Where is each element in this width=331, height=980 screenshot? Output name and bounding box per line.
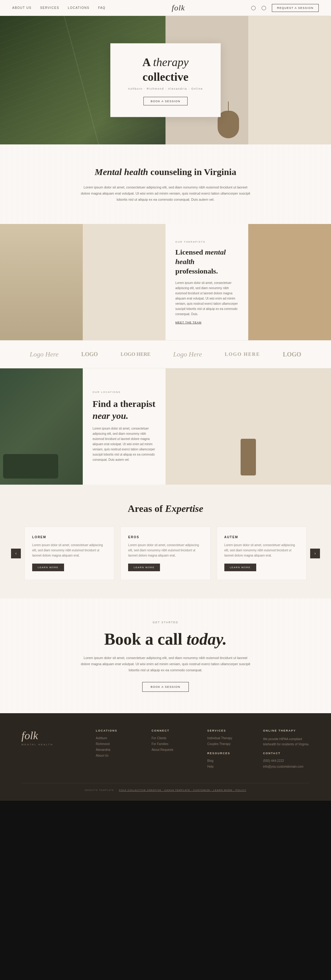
therapist-photo [0, 224, 83, 340]
vase-decoration [217, 111, 239, 138]
logo-4: Logo Here [173, 350, 202, 358]
therapist-left-images [0, 224, 165, 340]
hero-title-italic: therapy [153, 56, 189, 68]
logo-5: LOGO HERE [225, 352, 260, 357]
location-right-image [165, 368, 331, 485]
expertise-card-3-btn[interactable]: LEARN MORE [224, 563, 256, 571]
footer-resources-item-1[interactable]: Blog [207, 759, 254, 762]
expertise-card-1: LOREM Lorem ipsum dolor sit amet, consec… [24, 527, 114, 580]
therapists-label: OUR THERAPISTS [175, 240, 238, 243]
footer-email[interactable]: info@you.customdomain.com [263, 765, 310, 768]
sofa-shape [3, 454, 58, 479]
footer-services-list: Individual Therapy Couples Therapy [207, 737, 254, 746]
footer-services-item-1[interactable]: Individual Therapy [207, 737, 254, 740]
hero-book-button[interactable]: BOOK A SESSION [144, 97, 187, 105]
facebook-icon[interactable]: ◯ [261, 5, 266, 10]
footer-locations-item-2[interactable]: Richmond [96, 742, 142, 746]
floral-right-image [248, 224, 331, 340]
book-label: GET STARTED [80, 620, 251, 625]
footer-online-text: We provide HIPAA compliant telehealth fo… [263, 737, 310, 747]
mh-heading-italic: Mental health [95, 167, 148, 177]
footer-contact-heading: CONTACT [263, 752, 310, 755]
location-card: OUR LOCATIONS Find a therapist near you.… [83, 368, 165, 485]
footer-phone[interactable]: (555) 444-2222 [263, 759, 310, 762]
book-session-button[interactable]: BOOK A SESSION [142, 682, 189, 692]
instagram-icon[interactable]: ◯ [251, 5, 256, 10]
footer-locations-item-1[interactable]: Ashburn [96, 737, 142, 740]
footer-credits-link[interactable]: FOLK COLLECTIVE CREATIVE · CANVA TEMPLAT… [119, 789, 246, 792]
book-section: GET STARTED Book a call today. Lorem ips… [0, 598, 331, 713]
footer-services-heading: SERVICES [207, 729, 254, 732]
therapist-card: OUR THERAPISTS Licensed mental health pr… [165, 224, 248, 340]
footer-logo: folk [21, 729, 87, 742]
footer-services-item-2[interactable]: Couples Therapy [207, 742, 254, 746]
expertise-card-2-btn[interactable]: LEARN MORE [128, 563, 160, 571]
footer-grid: folk MENTAL HEALTH LOCATIONS Ashburn Ric… [21, 729, 310, 771]
nav-links: About Us Services Locations FAQ [12, 6, 106, 10]
logo-1: Logo Here [30, 350, 59, 358]
footer-bottom: WEBSITE TEMPLATE · FOLK COLLECTIVE CREAT… [21, 783, 310, 792]
sofa-photo [0, 368, 83, 485]
therapists-heading: Licensed mental health professionals. [175, 248, 238, 276]
logo-2: LOGO [81, 351, 98, 358]
nav-services[interactable]: Services [40, 6, 59, 10]
expertise-heading: Areas of Expertise [24, 503, 307, 514]
logos-section: Logo Here LOGO LOGO HERE Logo Here LOGO … [0, 340, 331, 368]
carousel-next-button[interactable]: › [310, 549, 320, 558]
chair-area [83, 224, 165, 340]
footer-connect-item-3[interactable]: About Requests [151, 748, 198, 751]
expertise-card-1-title: LOREM [32, 535, 107, 539]
mh-body: Lorem ipsum dolor sit amet, consectetuer… [80, 185, 251, 202]
footer-resources-item-2[interactable]: Help [207, 765, 254, 768]
locations-section: OUR LOCATIONS Find a therapist near you.… [0, 368, 331, 485]
mental-health-section: Mental health counseling in Virginia Lor… [0, 145, 331, 224]
footer-connect-item-1[interactable]: For Clients [151, 737, 198, 740]
footer-bottom-text: WEBSITE TEMPLATE [85, 789, 114, 792]
expertise-card-1-body: Lorem ipsum dolor sit amet, consectetuer… [32, 542, 107, 558]
hero-title: A therapy collective [124, 55, 207, 84]
nav-about[interactable]: About Us [12, 6, 32, 10]
footer-locations-heading: LOCATIONS [96, 729, 142, 732]
expertise-cards: ‹ LOREM Lorem ipsum dolor sit amet, cons… [24, 527, 307, 580]
locations-label: OUR LOCATIONS [93, 391, 156, 393]
location-left: OUR LOCATIONS Find a therapist near you.… [0, 368, 165, 485]
mh-heading: Mental health counseling in Virginia [37, 166, 294, 178]
footer-online-heading: ONLINE THERAPY [263, 729, 310, 732]
footer-connect-list: For Clients For Families About Requests [151, 737, 198, 751]
hero-card: A therapy collective Ashburn · Richmond … [110, 43, 221, 117]
logo-6: LOGO [283, 351, 301, 358]
expertise-section: Areas of Expertise ‹ LOREM Lorem ipsum d… [0, 485, 331, 598]
expertise-card-2-title: EROS [128, 535, 203, 539]
book-heading: Book a call today. [37, 629, 294, 649]
nav-locations[interactable]: Locations [68, 6, 90, 10]
book-body: Lorem ipsum dolor sit amet, consectetuer… [80, 655, 251, 673]
navigation: About Us Services Locations FAQ folk ◯ ◯… [0, 0, 331, 16]
locations-heading-italic: near you. [93, 410, 128, 421]
expertise-card-3-title: AUTEM [224, 535, 299, 539]
request-session-button[interactable]: REQUEST A SESSION [272, 4, 319, 12]
footer-contact-list: (555) 444-2222 info@you.customdomain.com [263, 759, 310, 768]
nav-right: ◯ ◯ REQUEST A SESSION [251, 4, 319, 12]
therapists-section: OUR THERAPISTS Licensed mental health pr… [0, 224, 331, 340]
hero-floral-image [248, 16, 331, 145]
therapist-right: OUR THERAPISTS Licensed mental health pr… [165, 224, 331, 340]
expertise-card-1-btn[interactable]: LEARN MORE [32, 563, 64, 571]
carousel-prev-button[interactable]: ‹ [11, 549, 21, 558]
nav-logo[interactable]: folk [172, 3, 185, 13]
logo-3: LOGO HERE [121, 352, 150, 357]
pampas-vase [241, 439, 256, 476]
book-heading-italic: today. [187, 630, 227, 648]
meet-team-link[interactable]: MEET THE TEAM [175, 321, 238, 324]
footer-resources-list: Blog Help [207, 759, 254, 768]
footer-connect-item-2[interactable]: For Families [151, 742, 198, 746]
expertise-card-3-body: Lorem ipsum dolor sit amet, consectetuer… [224, 542, 299, 558]
footer-resources-heading: RESOURCES [207, 752, 254, 755]
footer-locations-item-3[interactable]: Alexandria [96, 748, 142, 751]
hero-section: A therapy collective Ashburn · Richmond … [0, 16, 331, 145]
expertise-heading-italic: Expertise [165, 503, 203, 514]
footer-locations-item-4[interactable]: About Us [96, 754, 142, 757]
expertise-card-2: EROS Lorem ipsum dolor sit amet, consect… [120, 527, 210, 580]
hero-locations: Ashburn · Richmond · Alexandria · Online [124, 87, 207, 90]
nav-faq[interactable]: FAQ [98, 6, 106, 10]
footer-col-services: SERVICES Individual Therapy Couples Ther… [207, 729, 254, 771]
